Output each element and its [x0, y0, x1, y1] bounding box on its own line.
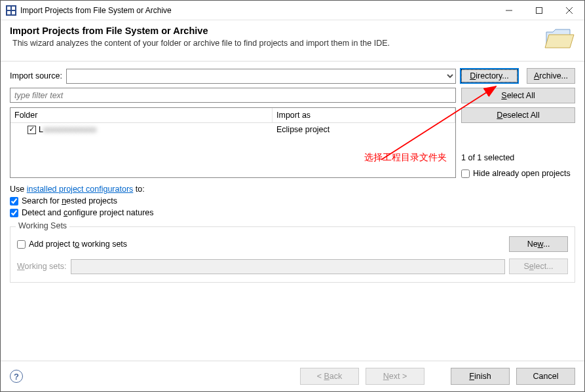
app-icon: [6, 5, 16, 16]
wizard-description: This wizard analyzes the content of your…: [12, 39, 538, 48]
row-import-as: Eclipse project: [273, 123, 455, 136]
svg-rect-1: [7, 7, 10, 10]
finish-button[interactable]: Finish: [451, 368, 510, 385]
wizard-title: Import Projects from File System or Arch…: [10, 26, 538, 36]
window-title: Import Projects from File System or Arch…: [20, 6, 494, 15]
detect-configure-label: Detect and configure project natures: [22, 208, 154, 217]
new-ws-button[interactable]: New...: [509, 236, 568, 252]
minimize-button[interactable]: [494, 1, 524, 20]
installed-configurators-link[interactable]: installed project configurators: [27, 185, 134, 194]
row-checkbox[interactable]: [28, 126, 36, 134]
archive-button[interactable]: Archive...: [527, 68, 575, 84]
svg-rect-4: [12, 11, 15, 14]
search-nested-row[interactable]: Search for nested projects: [10, 196, 575, 205]
projects-table[interactable]: Folder Import as Lxxxxxxxxxxxxx Eclipse …: [10, 107, 456, 178]
window-controls: [494, 1, 584, 20]
detect-configure-row[interactable]: Detect and configure project natures: [10, 208, 575, 217]
deselect-all-button[interactable]: Deselect All: [461, 107, 575, 123]
wizard-footer: ? < Back Next > Finish Cancel: [1, 361, 584, 391]
import-source-combo[interactable]: [66, 69, 456, 84]
row-folder-name: Lxxxxxxxxxxxxx: [39, 125, 96, 134]
working-sets-label: Working sets:: [17, 262, 67, 271]
col-import-as[interactable]: Import as: [273, 108, 455, 122]
add-to-ws-label: Add project to working sets: [29, 240, 127, 249]
hide-open-label: Hide already open projects: [473, 169, 571, 178]
svg-rect-3: [7, 11, 10, 14]
working-sets-combo: [71, 259, 506, 274]
close-button[interactable]: [554, 1, 584, 20]
select-ws-button: Select...: [509, 258, 568, 274]
hide-open-checkbox-row[interactable]: Hide already open projects: [461, 169, 575, 178]
filter-input[interactable]: [10, 88, 456, 103]
selection-status: 1 of 1 selected: [461, 153, 575, 162]
col-folder[interactable]: Folder: [10, 108, 273, 122]
annotation-text: 选择工程目录文件夹: [364, 152, 447, 164]
add-to-ws-row[interactable]: Add project to working sets: [17, 240, 505, 249]
directory-button[interactable]: Directory...: [460, 68, 519, 84]
titlebar: Import Projects from File System or Arch…: [1, 1, 584, 20]
help-icon[interactable]: ?: [10, 370, 23, 383]
table-row[interactable]: Lxxxxxxxxxxxxx Eclipse project: [10, 123, 455, 136]
add-to-ws-checkbox[interactable]: [17, 240, 26, 249]
svg-rect-6: [537, 7, 542, 13]
select-all-button[interactable]: Select All: [461, 88, 575, 103]
hide-open-checkbox[interactable]: [461, 169, 470, 178]
working-sets-title: Working Sets: [16, 221, 69, 230]
search-nested-label: Search for nested projects: [22, 196, 117, 205]
dialog-window: Import Projects from File System or Arch…: [0, 0, 585, 392]
next-button: Next >: [366, 368, 425, 385]
folder-open-icon: [544, 26, 575, 52]
search-nested-checkbox[interactable]: [10, 197, 18, 205]
cancel-button[interactable]: Cancel: [516, 368, 575, 385]
import-source-label: Import source:: [10, 71, 62, 80]
wizard-content: Import source: Directory... Archive... S…: [1, 62, 584, 361]
configurators-line: Use installed project configurators to:: [10, 185, 575, 194]
table-header: Folder Import as: [10, 108, 455, 123]
import-source-row: Import source: Directory... Archive...: [10, 68, 575, 84]
back-button: < Back: [300, 368, 359, 385]
detect-configure-checkbox[interactable]: [10, 209, 18, 217]
svg-rect-2: [12, 7, 15, 10]
wizard-header: Import Projects from File System or Arch…: [1, 20, 584, 61]
maximize-button[interactable]: [524, 1, 554, 20]
working-sets-group: Working Sets Add project to working sets…: [10, 226, 575, 283]
